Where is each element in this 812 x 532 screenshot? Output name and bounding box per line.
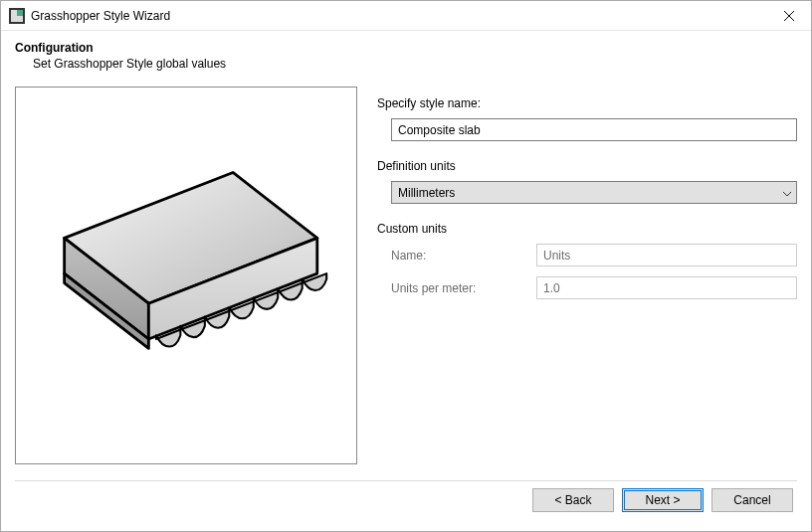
definition-units-value: Millimeters [398, 186, 455, 200]
button-bar: < Back Next > Cancel [1, 481, 811, 531]
titlebar: Grasshopper Style Wizard [1, 1, 811, 31]
slab-preview-icon [27, 126, 345, 425]
close-icon [784, 11, 794, 21]
custom-upm-label: Units per meter: [377, 281, 536, 295]
style-name-input[interactable] [391, 118, 797, 141]
window-title: Grasshopper Style Wizard [31, 9, 766, 23]
custom-name-row: Name: Units [377, 244, 797, 266]
page-title: Configuration [15, 41, 797, 55]
custom-name-input: Units [536, 244, 797, 266]
preview-frame [15, 87, 357, 464]
custom-upm-row: Units per meter: 1.0 [377, 276, 797, 299]
style-name-label: Specify style name: [377, 96, 797, 110]
page-subtitle: Set Grasshopper Style global values [15, 57, 797, 71]
app-icon [9, 8, 25, 24]
definition-units-label: Definition units [377, 159, 797, 173]
next-button[interactable]: Next > [622, 488, 704, 512]
custom-upm-input: 1.0 [536, 276, 797, 299]
definition-units-select[interactable]: Millimeters [391, 181, 797, 204]
cancel-button[interactable]: Cancel [711, 488, 793, 512]
custom-units-label: Custom units [377, 222, 797, 236]
wizard-window: Grasshopper Style Wizard Configuration S… [0, 0, 812, 532]
wizard-header: Configuration Set Grasshopper Style glob… [1, 31, 811, 83]
content-area: Specify style name: Definition units Mil… [1, 83, 811, 474]
back-button[interactable]: < Back [532, 488, 614, 512]
custom-name-label: Name: [377, 249, 536, 263]
form-column: Specify style name: Definition units Mil… [377, 87, 797, 474]
svg-rect-2 [17, 10, 23, 16]
close-button[interactable] [766, 1, 811, 30]
